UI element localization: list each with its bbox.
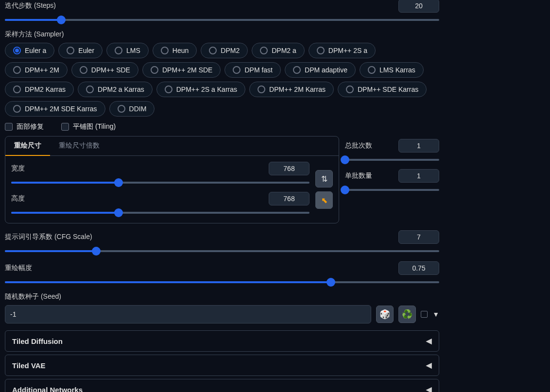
reuse-seed-button[interactable]: ♻️	[398, 306, 416, 323]
face-restore-checkbox[interactable]: 面部修复	[5, 122, 44, 131]
sampler-option-dpm-sde-karras[interactable]: DPM++ SDE Karras	[338, 82, 427, 97]
accordion-tiled-vae[interactable]: Tiled VAE◀	[5, 355, 439, 376]
sampler-option-dpm-2m-sde[interactable]: DPM++ 2M SDE	[142, 62, 221, 78]
cfg-slider[interactable]	[5, 247, 439, 256]
batch-size-slider[interactable]	[345, 186, 439, 194]
batch-size-label: 单批数量	[345, 171, 395, 180]
sampler-option-dpm-2m-sde-karras[interactable]: DPM++ 2M SDE Karras	[5, 101, 105, 117]
sampler-label: 采样方法 (Sampler)	[5, 30, 439, 39]
denoise-value[interactable]: 0.75	[398, 261, 439, 275]
cursor-icon: ⬉	[321, 196, 327, 205]
batch-count-value[interactable]: 1	[398, 139, 439, 153]
chevron-left-icon: ◀	[426, 361, 432, 370]
denoise-label: 重绘幅度	[5, 264, 395, 273]
seed-expand-icon[interactable]: ▼	[432, 310, 439, 318]
width-value[interactable]: 768	[269, 162, 309, 175]
sampler-option-dpm-sde[interactable]: DPM++ SDE	[71, 62, 138, 78]
sampler-option-lms[interactable]: LMS	[106, 43, 149, 58]
detect-size-button[interactable]: ⬉	[315, 191, 333, 209]
tab-resize-by[interactable]: 重绘尺寸倍数	[50, 136, 108, 155]
sampler-option-dpm-2s-a-karras[interactable]: DPM++ 2S a Karras	[156, 82, 245, 97]
height-slider[interactable]	[11, 208, 309, 217]
seed-label: 随机数种子 (Seed)	[5, 292, 439, 301]
sampler-option-dpm-2m[interactable]: DPM++ 2M	[5, 62, 68, 78]
dice-icon: 🎲	[379, 309, 390, 320]
seed-input[interactable]	[5, 305, 371, 324]
recycle-icon: ♻️	[402, 309, 412, 320]
steps-value[interactable]: 20	[398, 0, 439, 13]
swap-icon: ⇅	[321, 174, 327, 184]
steps-slider[interactable]	[5, 16, 439, 24]
seed-extra-checkbox[interactable]	[421, 311, 428, 318]
height-label: 高度	[11, 194, 265, 203]
tab-resize-to[interactable]: 重绘尺寸	[5, 136, 50, 156]
tiling-checkbox[interactable]: 平铺图 (Tiling)	[61, 122, 116, 131]
batch-size-value[interactable]: 1	[398, 169, 439, 183]
steps-label: 迭代步数 (Steps)	[5, 1, 395, 10]
sampler-option-ddim[interactable]: DDIM	[109, 101, 155, 117]
width-label: 宽度	[11, 164, 265, 173]
chevron-left-icon: ◀	[426, 337, 432, 345]
sampler-option-dpm2[interactable]: DPM2	[201, 43, 248, 58]
swap-dimensions-button[interactable]: ⇅	[315, 170, 333, 187]
cfg-label: 提示词引导系数 (CFG Scale)	[5, 233, 395, 241]
accordion-additional-networks[interactable]: Additional Networks◀	[5, 379, 439, 392]
cfg-value[interactable]: 7	[398, 230, 439, 244]
accordion-tiled-diffusion[interactable]: Tiled Diffusion◀	[5, 330, 439, 352]
batch-count-label: 总批次数	[345, 141, 395, 150]
sampler-option-dpm2-a-karras[interactable]: DPM2 a Karras	[78, 82, 153, 97]
sampler-option-euler[interactable]: Euler	[58, 43, 103, 58]
sampler-option-dpm-adaptive[interactable]: DPM adaptive	[285, 62, 356, 78]
sampler-option-euler-a[interactable]: Euler a	[5, 43, 54, 58]
denoise-slider[interactable]	[5, 278, 439, 287]
sampler-option-dpm-2m-karras[interactable]: DPM++ 2M Karras	[249, 82, 334, 97]
sampler-option-heun[interactable]: Heun	[153, 43, 197, 58]
sampler-option-dpm2-a[interactable]: DPM2 a	[252, 43, 305, 58]
random-seed-button[interactable]: 🎲	[376, 306, 394, 323]
sampler-option-lms-karras[interactable]: LMS Karras	[360, 62, 424, 78]
sampler-option-dpm2-karras[interactable]: DPM2 Karras	[5, 82, 74, 97]
height-value[interactable]: 768	[269, 192, 309, 205]
chevron-left-icon: ◀	[426, 385, 432, 392]
batch-count-slider[interactable]	[345, 155, 439, 164]
width-slider[interactable]	[11, 178, 309, 187]
sampler-option-dpm-2s-a[interactable]: DPM++ 2S a	[309, 43, 376, 58]
sampler-option-dpm-fast[interactable]: DPM fast	[224, 62, 281, 78]
